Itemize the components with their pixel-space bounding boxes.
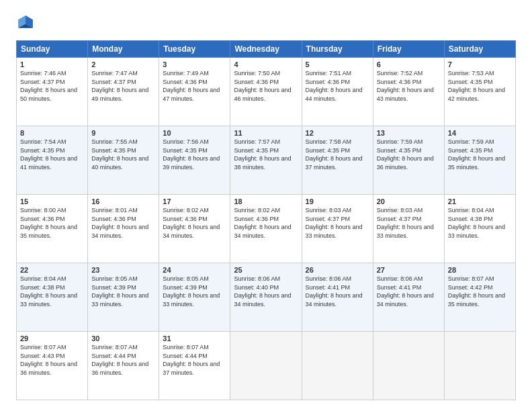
day-cell: 16Sunrise: 8:01 AMSunset: 4:36 PMDayligh… xyxy=(88,195,159,263)
day-cell xyxy=(302,332,373,400)
day-info: Sunrise: 7:49 AMSunset: 4:36 PMDaylight:… xyxy=(163,69,226,103)
day-number: 14 xyxy=(448,129,512,137)
day-cell: 24Sunrise: 8:05 AMSunset: 4:39 PMDayligh… xyxy=(159,263,230,332)
day-number: 4 xyxy=(234,60,298,68)
day-info: Sunrise: 8:06 AMSunset: 4:41 PMDaylight:… xyxy=(306,275,369,308)
day-info: Sunrise: 7:52 AMSunset: 4:36 PMDaylight:… xyxy=(377,69,441,103)
day-number: 22 xyxy=(20,266,84,274)
day-number: 24 xyxy=(163,266,226,274)
day-cell: 26Sunrise: 8:06 AMSunset: 4:41 PMDayligh… xyxy=(302,263,373,332)
day-cell: 3Sunrise: 7:49 AMSunset: 4:36 PMDaylight… xyxy=(159,58,230,126)
calendar-body: 1Sunrise: 7:46 AMSunset: 4:37 PMDaylight… xyxy=(17,58,516,400)
day-info: Sunrise: 8:02 AMSunset: 4:36 PMDaylight:… xyxy=(234,206,298,240)
day-cell: 9Sunrise: 7:55 AMSunset: 4:35 PMDaylight… xyxy=(88,126,159,195)
day-info: Sunrise: 7:51 AMSunset: 4:36 PMDaylight:… xyxy=(306,69,369,103)
day-number: 23 xyxy=(91,266,155,274)
day-cell: 21Sunrise: 8:04 AMSunset: 4:38 PMDayligh… xyxy=(444,195,515,263)
day-number: 9 xyxy=(91,129,155,137)
day-number: 12 xyxy=(306,129,369,137)
day-number: 17 xyxy=(163,197,226,205)
day-cell: 25Sunrise: 8:06 AMSunset: 4:40 PMDayligh… xyxy=(230,263,302,332)
day-number: 20 xyxy=(377,197,441,205)
day-number: 21 xyxy=(448,197,512,205)
day-number: 3 xyxy=(163,60,226,68)
header-row: SundayMondayTuesdayWednesdayThursdayFrid… xyxy=(17,41,516,58)
column-header-friday: Friday xyxy=(373,41,444,58)
week-row-5: 29Sunrise: 8:07 AMSunset: 4:43 PMDayligh… xyxy=(17,332,516,400)
day-info: Sunrise: 8:06 AMSunset: 4:40 PMDaylight:… xyxy=(234,275,298,308)
day-number: 10 xyxy=(163,129,226,137)
day-cell: 29Sunrise: 8:07 AMSunset: 4:43 PMDayligh… xyxy=(17,332,88,400)
day-number: 8 xyxy=(20,129,84,137)
day-info: Sunrise: 8:05 AMSunset: 4:39 PMDaylight:… xyxy=(163,275,226,308)
day-cell: 20Sunrise: 8:03 AMSunset: 4:37 PMDayligh… xyxy=(373,195,444,263)
day-cell: 28Sunrise: 8:07 AMSunset: 4:42 PMDayligh… xyxy=(444,263,515,332)
day-info: Sunrise: 8:00 AMSunset: 4:36 PMDaylight:… xyxy=(20,206,84,240)
week-row-4: 22Sunrise: 8:04 AMSunset: 4:38 PMDayligh… xyxy=(17,263,516,332)
day-info: Sunrise: 7:59 AMSunset: 4:35 PMDaylight:… xyxy=(448,138,512,171)
day-number: 2 xyxy=(91,60,155,68)
day-info: Sunrise: 8:04 AMSunset: 4:38 PMDaylight:… xyxy=(20,275,84,308)
day-cell: 5Sunrise: 7:51 AMSunset: 4:36 PMDaylight… xyxy=(302,58,373,126)
column-header-thursday: Thursday xyxy=(302,41,373,58)
calendar-header: SundayMondayTuesdayWednesdayThursdayFrid… xyxy=(17,41,516,58)
page: SundayMondayTuesdayWednesdayThursdayFrid… xyxy=(0,0,532,411)
day-cell: 7Sunrise: 7:53 AMSunset: 4:35 PMDaylight… xyxy=(444,58,515,126)
week-row-1: 1Sunrise: 7:46 AMSunset: 4:37 PMDaylight… xyxy=(17,58,516,126)
week-row-2: 8Sunrise: 7:54 AMSunset: 4:35 PMDaylight… xyxy=(17,126,516,195)
day-cell: 8Sunrise: 7:54 AMSunset: 4:35 PMDaylight… xyxy=(17,126,88,195)
day-info: Sunrise: 7:47 AMSunset: 4:37 PMDaylight:… xyxy=(91,69,155,103)
day-cell: 18Sunrise: 8:02 AMSunset: 4:36 PMDayligh… xyxy=(230,195,302,263)
day-number: 29 xyxy=(20,334,84,342)
day-cell: 22Sunrise: 8:04 AMSunset: 4:38 PMDayligh… xyxy=(17,263,88,332)
day-cell: 6Sunrise: 7:52 AMSunset: 4:36 PMDaylight… xyxy=(373,58,444,126)
day-number: 26 xyxy=(306,266,369,274)
week-row-3: 15Sunrise: 8:00 AMSunset: 4:36 PMDayligh… xyxy=(17,195,516,263)
day-cell xyxy=(230,332,302,400)
day-cell: 1Sunrise: 7:46 AMSunset: 4:37 PMDaylight… xyxy=(17,58,88,126)
day-cell: 15Sunrise: 8:00 AMSunset: 4:36 PMDayligh… xyxy=(17,195,88,263)
day-info: Sunrise: 7:53 AMSunset: 4:35 PMDaylight:… xyxy=(448,69,512,103)
day-cell: 27Sunrise: 8:06 AMSunset: 4:41 PMDayligh… xyxy=(373,263,444,332)
day-cell: 30Sunrise: 8:07 AMSunset: 4:44 PMDayligh… xyxy=(88,332,159,400)
column-header-wednesday: Wednesday xyxy=(230,41,302,58)
day-info: Sunrise: 8:07 AMSunset: 4:44 PMDaylight:… xyxy=(91,343,155,377)
day-number: 19 xyxy=(306,197,369,205)
logo xyxy=(16,13,38,32)
day-info: Sunrise: 8:04 AMSunset: 4:38 PMDaylight:… xyxy=(448,206,512,240)
day-number: 18 xyxy=(234,197,298,205)
day-number: 16 xyxy=(91,197,155,205)
day-number: 7 xyxy=(448,60,512,68)
day-info: Sunrise: 8:07 AMSunset: 4:42 PMDaylight:… xyxy=(448,275,512,308)
day-cell: 12Sunrise: 7:58 AMSunset: 4:35 PMDayligh… xyxy=(302,126,373,195)
day-cell: 19Sunrise: 8:03 AMSunset: 4:37 PMDayligh… xyxy=(302,195,373,263)
day-cell xyxy=(444,332,515,400)
day-cell xyxy=(373,332,444,400)
day-info: Sunrise: 7:57 AMSunset: 4:35 PMDaylight:… xyxy=(234,138,298,171)
day-info: Sunrise: 7:54 AMSunset: 4:35 PMDaylight:… xyxy=(20,138,84,171)
day-number: 6 xyxy=(377,60,441,68)
day-number: 11 xyxy=(234,129,298,137)
day-number: 30 xyxy=(91,334,155,342)
logo-icon xyxy=(16,13,35,32)
day-number: 27 xyxy=(377,266,441,274)
calendar-table: SundayMondayTuesdayWednesdayThursdayFrid… xyxy=(16,40,516,400)
day-info: Sunrise: 7:55 AMSunset: 4:35 PMDaylight:… xyxy=(91,138,155,171)
day-info: Sunrise: 8:03 AMSunset: 4:37 PMDaylight:… xyxy=(306,206,369,240)
day-number: 1 xyxy=(20,60,84,68)
day-number: 25 xyxy=(234,266,298,274)
day-cell: 4Sunrise: 7:50 AMSunset: 4:36 PMDaylight… xyxy=(230,58,302,126)
day-cell: 10Sunrise: 7:56 AMSunset: 4:35 PMDayligh… xyxy=(159,126,230,195)
day-info: Sunrise: 8:01 AMSunset: 4:36 PMDaylight:… xyxy=(91,206,155,240)
day-cell: 13Sunrise: 7:59 AMSunset: 4:35 PMDayligh… xyxy=(373,126,444,195)
day-number: 5 xyxy=(306,60,369,68)
day-info: Sunrise: 8:02 AMSunset: 4:36 PMDaylight:… xyxy=(163,206,226,240)
day-number: 15 xyxy=(20,197,84,205)
day-cell: 11Sunrise: 7:57 AMSunset: 4:35 PMDayligh… xyxy=(230,126,302,195)
day-info: Sunrise: 8:07 AMSunset: 4:43 PMDaylight:… xyxy=(20,343,84,377)
day-info: Sunrise: 8:05 AMSunset: 4:39 PMDaylight:… xyxy=(91,275,155,308)
day-cell: 2Sunrise: 7:47 AMSunset: 4:37 PMDaylight… xyxy=(88,58,159,126)
day-info: Sunrise: 7:58 AMSunset: 4:35 PMDaylight:… xyxy=(306,138,369,171)
day-number: 13 xyxy=(377,129,441,137)
day-cell: 31Sunrise: 8:07 AMSunset: 4:44 PMDayligh… xyxy=(159,332,230,400)
